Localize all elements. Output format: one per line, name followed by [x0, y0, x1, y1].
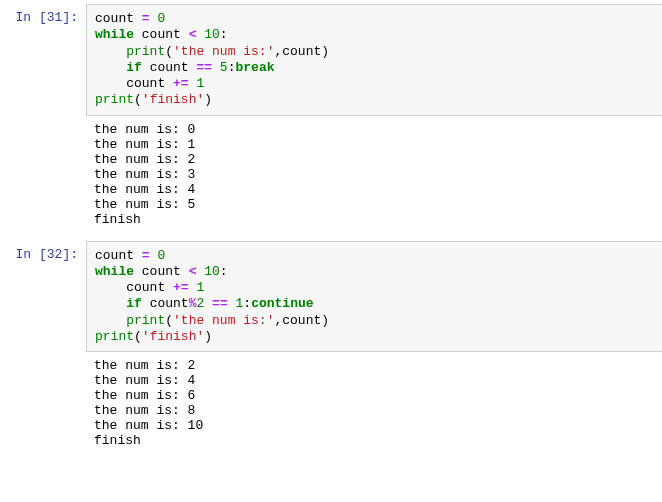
stdout-output: the num is: 0 the num is: 1 the num is: …: [86, 116, 662, 233]
code-token: 5: [220, 60, 228, 75]
code-token: 1: [196, 280, 204, 295]
code-token: ,count): [274, 44, 329, 59]
code-token: =: [142, 248, 150, 263]
code-token: +=: [173, 76, 189, 91]
code-token: count: [95, 76, 173, 91]
code-token: [95, 313, 126, 328]
code-token: +=: [173, 280, 189, 295]
code-token: while: [95, 264, 134, 279]
code-token: :: [220, 27, 228, 42]
code-token: ==: [196, 60, 212, 75]
output-prompt: [0, 352, 86, 454]
code-token: 0: [157, 11, 165, 26]
code-token: 'the num is:': [173, 44, 274, 59]
code-token: if: [126, 60, 142, 75]
code-token: (: [134, 329, 142, 344]
code-token: break: [235, 60, 274, 75]
code-token: print: [95, 92, 134, 107]
code-token: [212, 60, 220, 75]
code-token: ==: [212, 296, 228, 311]
output-prompt: [0, 116, 86, 233]
code-token: print: [126, 44, 165, 59]
code-token: while: [95, 27, 134, 42]
stdout-output: the num is: 2 the num is: 4 the num is: …: [86, 352, 662, 454]
code-line: count = 0: [95, 11, 654, 27]
code-token: [95, 44, 126, 59]
code-token: 'finish': [142, 92, 204, 107]
code-line: if count == 5:break: [95, 60, 654, 76]
code-token: count: [95, 248, 142, 263]
code-cell: In [32]: count = 0while count < 10: coun…: [0, 241, 662, 353]
code-line: print('the num is:',count): [95, 313, 654, 329]
prompt-prefix: In [: [16, 247, 47, 262]
code-token: (: [134, 92, 142, 107]
code-input-area[interactable]: count = 0while count < 10: count += 1 if…: [86, 241, 662, 353]
code-token: (: [165, 44, 173, 59]
prompt-prefix: In [: [16, 10, 47, 25]
prompt-exec-count: 32: [47, 247, 63, 262]
code-token: print: [126, 313, 165, 328]
code-token: :: [220, 264, 228, 279]
output-cell: the num is: 2 the num is: 4 the num is: …: [0, 352, 662, 454]
code-input-area[interactable]: count = 0while count < 10: print('the nu…: [86, 4, 662, 116]
code-token: count: [142, 60, 197, 75]
code-token: 'the num is:': [173, 313, 274, 328]
output-cell: the num is: 0 the num is: 1 the num is: …: [0, 116, 662, 233]
code-line: print('finish'): [95, 92, 654, 108]
code-token: count: [95, 280, 173, 295]
input-prompt: In [32]:: [0, 241, 86, 353]
code-token: [228, 296, 236, 311]
code-line: print('the num is:',count): [95, 44, 654, 60]
code-token: if: [126, 296, 142, 311]
code-token: [95, 60, 126, 75]
code-token: 'finish': [142, 329, 204, 344]
code-token: count: [134, 27, 189, 42]
code-token: [95, 296, 126, 311]
code-line: print('finish'): [95, 329, 654, 345]
input-prompt: In [31]:: [0, 4, 86, 116]
code-line: count = 0: [95, 248, 654, 264]
prompt-suffix: ]:: [62, 10, 78, 25]
prompt-suffix: ]:: [62, 247, 78, 262]
code-token: ): [204, 329, 212, 344]
prompt-exec-count: 31: [47, 10, 63, 25]
code-line: if count%2 == 1:continue: [95, 296, 654, 312]
code-token: print: [95, 329, 134, 344]
code-token: =: [142, 11, 150, 26]
code-token: [204, 296, 212, 311]
cell-spacer: [0, 233, 662, 241]
code-line: count += 1: [95, 280, 654, 296]
code-token: 1: [196, 76, 204, 91]
code-token: 0: [157, 248, 165, 263]
code-token: count: [134, 264, 189, 279]
code-line: while count < 10:: [95, 27, 654, 43]
code-cell: In [31]: count = 0while count < 10: prin…: [0, 4, 662, 116]
code-token: ): [204, 92, 212, 107]
code-token: count: [142, 296, 189, 311]
code-token: continue: [251, 296, 313, 311]
code-line: count += 1: [95, 76, 654, 92]
code-token: ,count): [274, 313, 329, 328]
code-token: :: [243, 296, 251, 311]
code-token: count: [95, 11, 142, 26]
code-token: 10: [204, 27, 220, 42]
code-token: (: [165, 313, 173, 328]
code-token: 10: [204, 264, 220, 279]
code-line: while count < 10:: [95, 264, 654, 280]
